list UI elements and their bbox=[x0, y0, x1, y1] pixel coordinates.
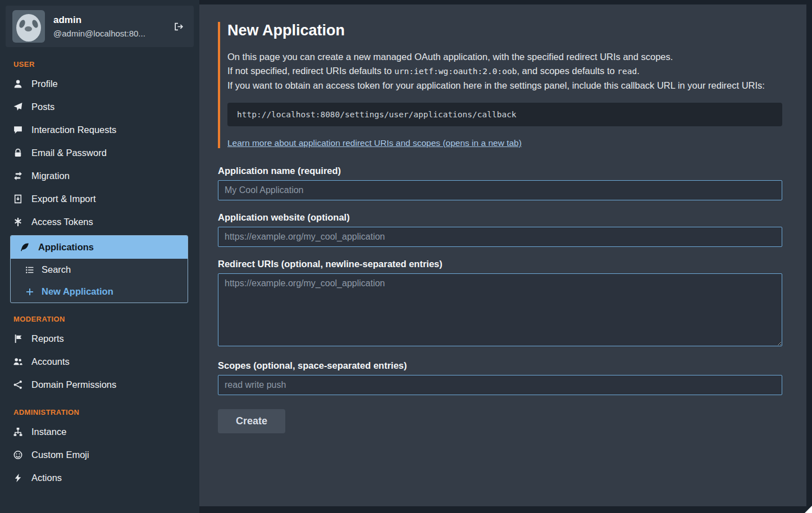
resize-corner bbox=[805, 506, 812, 513]
submenu-item-label: Search bbox=[42, 264, 71, 275]
inline-code-read: read bbox=[617, 67, 637, 76]
create-button[interactable]: Create bbox=[218, 409, 285, 433]
user-meta: admin @admin@localhost:80... bbox=[53, 15, 145, 38]
application-name-label: Application name (required) bbox=[218, 166, 782, 176]
sidebar-item-label: Access Tokens bbox=[31, 217, 93, 227]
sidebar-item-export-import[interactable]: Export & Import bbox=[0, 187, 199, 210]
sidebar-item-email-password[interactable]: Email & Password bbox=[0, 141, 199, 164]
submenu-item-label: New Application bbox=[42, 286, 113, 297]
flag-icon bbox=[13, 334, 23, 343]
users-icon bbox=[13, 357, 23, 367]
sidebar-item-migration[interactable]: Migration bbox=[0, 164, 199, 187]
avatar bbox=[12, 10, 45, 43]
sidebar-item-label: Migration bbox=[31, 171, 70, 181]
sidebar-item-new-application[interactable]: New Application bbox=[11, 281, 188, 303]
sidebar-item-applications-search[interactable]: Search bbox=[11, 259, 188, 281]
section-label-administration: ADMINISTRATION bbox=[13, 408, 199, 416]
redirect-uris-field: Redirect URIs (optional, newline-separat… bbox=[218, 259, 782, 349]
scopes-label: Scopes (optional, space-separated entrie… bbox=[218, 360, 782, 371]
callback-url-code-block: http://localhost:8080/settings/user/appl… bbox=[227, 103, 782, 126]
application-name-input[interactable] bbox=[218, 180, 782, 200]
user-card: admin @admin@localhost:80... bbox=[6, 6, 194, 47]
application-website-field: Application website (optional) bbox=[218, 212, 782, 247]
smile-icon bbox=[13, 450, 23, 460]
lock-icon bbox=[13, 148, 23, 158]
sidebar-item-label: Applications bbox=[38, 242, 94, 253]
sidebar-item-interaction-requests[interactable]: Interaction Requests bbox=[0, 118, 199, 141]
intro-text: On this page you can create a new manage… bbox=[227, 52, 673, 62]
sidebar-item-actions[interactable]: Actions bbox=[0, 466, 199, 489]
intro-line-1: On this page you can create a new manage… bbox=[227, 50, 782, 64]
user-handle: @admin@localhost:80... bbox=[53, 29, 145, 38]
sidebar: admin @admin@localhost:80... USER Profil… bbox=[0, 0, 199, 513]
logout-button[interactable] bbox=[174, 20, 187, 33]
feather-icon bbox=[20, 242, 30, 252]
application-website-input[interactable] bbox=[218, 227, 782, 247]
page-title: New Application bbox=[227, 22, 782, 39]
sidebar-item-label: Interaction Requests bbox=[31, 125, 116, 135]
sidebar-item-instance[interactable]: Instance bbox=[0, 420, 199, 443]
certificate-icon bbox=[13, 217, 23, 227]
file-arrow-icon bbox=[13, 194, 23, 204]
section-label-user: USER bbox=[13, 60, 199, 68]
redirect-uris-textarea[interactable] bbox=[218, 273, 782, 346]
intro-text: . bbox=[637, 66, 640, 76]
inline-code-oob: urn:ietf:wg:oauth:2.0:oob bbox=[394, 67, 517, 76]
sidebar-item-profile[interactable]: Profile bbox=[0, 72, 199, 95]
sidebar-item-label: Custom Emoji bbox=[31, 450, 89, 460]
sidebar-item-reports[interactable]: Reports bbox=[0, 327, 199, 350]
scopes-field: Scopes (optional, space-separated entrie… bbox=[218, 360, 782, 395]
sidebar-item-custom-emoji[interactable]: Custom Emoji bbox=[0, 443, 199, 466]
sitemap-icon bbox=[13, 427, 23, 437]
applications-group: Applications Search New Application bbox=[10, 235, 188, 303]
sidebar-item-label: Instance bbox=[31, 427, 66, 437]
sidebar-item-label: Reports bbox=[31, 333, 64, 344]
bolt-icon bbox=[13, 473, 23, 483]
list-icon bbox=[25, 265, 34, 274]
sidebar-item-label: Email & Password bbox=[31, 148, 107, 158]
learn-more-link[interactable]: Learn more about application redirect UR… bbox=[227, 138, 522, 148]
sidebar-nav: USER Profile Posts Interaction Requests … bbox=[0, 48, 199, 513]
sign-out-icon bbox=[174, 22, 184, 31]
sidebar-item-posts[interactable]: Posts bbox=[0, 95, 199, 118]
main-area: New Application On this page you can cre… bbox=[199, 0, 812, 513]
sidebar-item-applications[interactable]: Applications bbox=[11, 236, 188, 259]
sidebar-item-access-tokens[interactable]: Access Tokens bbox=[0, 210, 199, 233]
sidebar-item-domain-permissions[interactable]: Domain Permissions bbox=[0, 373, 199, 396]
new-application-panel: New Application On this page you can cre… bbox=[199, 4, 806, 506]
intro-line-2: If not specified, redirect URIs defaults… bbox=[227, 64, 782, 79]
sidebar-item-label: Export & Import bbox=[31, 194, 96, 204]
user-name: admin bbox=[53, 15, 145, 26]
sidebar-item-label: Accounts bbox=[31, 356, 70, 367]
sidebar-item-label: Domain Permissions bbox=[31, 379, 116, 390]
comment-icon bbox=[13, 125, 23, 135]
intro-line-3: If you want to obtain an access token fo… bbox=[227, 79, 782, 93]
intro-text: If you want to obtain an access token fo… bbox=[227, 80, 765, 90]
paper-plane-icon bbox=[13, 102, 23, 112]
avatar-nose bbox=[25, 26, 32, 31]
intro-text: If not specified, redirect URIs defaults… bbox=[227, 66, 394, 76]
avatar-eye bbox=[31, 19, 39, 29]
exchange-arrows-icon bbox=[13, 171, 23, 181]
section-label-moderation: MODERATION bbox=[13, 315, 199, 323]
page-header: New Application On this page you can cre… bbox=[218, 22, 782, 148]
scopes-input[interactable] bbox=[218, 375, 782, 395]
user-icon bbox=[13, 79, 23, 89]
new-application-form: Application name (required) Application … bbox=[218, 166, 782, 433]
redirect-uris-label: Redirect URIs (optional, newline-separat… bbox=[218, 259, 782, 269]
sidebar-item-label: Posts bbox=[31, 102, 54, 112]
plus-icon bbox=[25, 287, 34, 296]
intro-text: , and scopes defaults to bbox=[517, 66, 617, 76]
sidebar-item-label: Profile bbox=[31, 79, 58, 89]
application-website-label: Application website (optional) bbox=[218, 212, 782, 223]
application-name-field: Application name (required) bbox=[218, 166, 782, 200]
sidebar-item-label: Actions bbox=[31, 473, 62, 483]
share-nodes-icon bbox=[13, 380, 23, 390]
sidebar-item-accounts[interactable]: Accounts bbox=[0, 350, 199, 373]
